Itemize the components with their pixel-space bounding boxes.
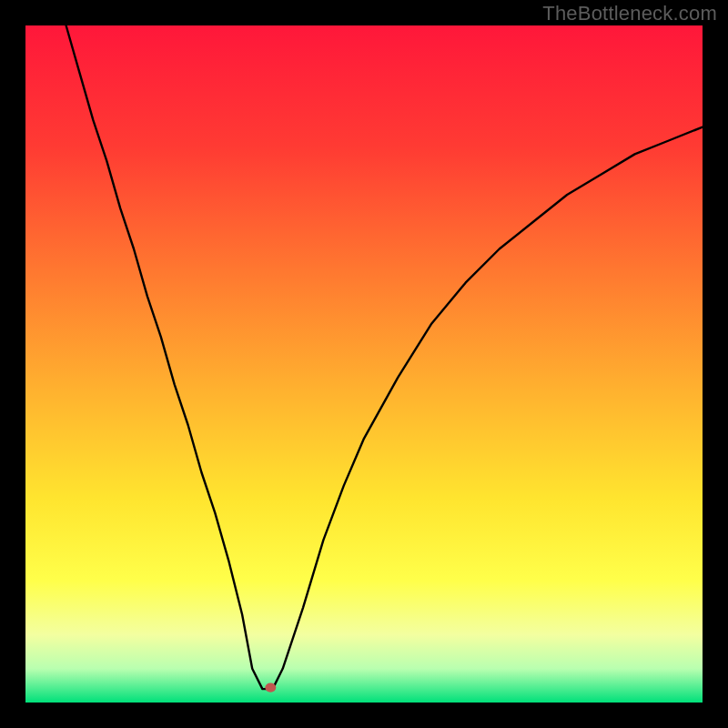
bottleneck-chart — [0, 0, 728, 728]
chart-container: TheBottleneck.com — [0, 0, 728, 728]
plot-area — [25, 25, 703, 703]
watermark-text: TheBottleneck.com — [542, 2, 717, 25]
minimum-marker — [265, 683, 276, 693]
